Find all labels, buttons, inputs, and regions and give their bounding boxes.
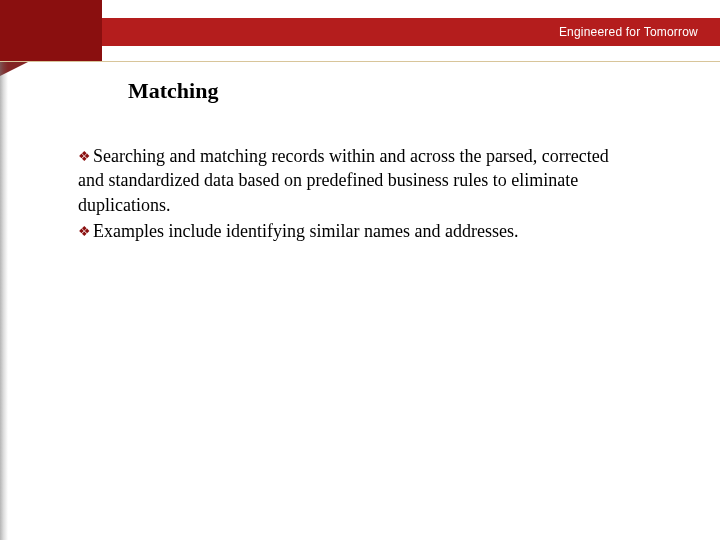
diamond-bullet-icon: ❖ [78, 223, 91, 242]
header-tagline: Engineered for Tomorrow [559, 18, 698, 46]
left-edge-shadow [0, 62, 8, 540]
diamond-bullet-icon: ❖ [78, 148, 91, 167]
slide-body: ❖Searching and matching records within a… [78, 144, 638, 245]
header-divider [0, 61, 720, 62]
bullet-item: ❖Examples include identifying similar na… [78, 219, 638, 243]
header-accent-block [0, 0, 102, 62]
bullet-item: ❖Searching and matching records within a… [78, 144, 638, 217]
slide-title: Matching [128, 78, 218, 104]
header-bar: Engineered for Tomorrow [0, 18, 720, 46]
bullet-text: Examples include identifying similar nam… [93, 221, 518, 241]
bullet-text: Searching and matching records within an… [78, 146, 609, 215]
slide: Engineered for Tomorrow Matching ❖Search… [0, 0, 720, 540]
